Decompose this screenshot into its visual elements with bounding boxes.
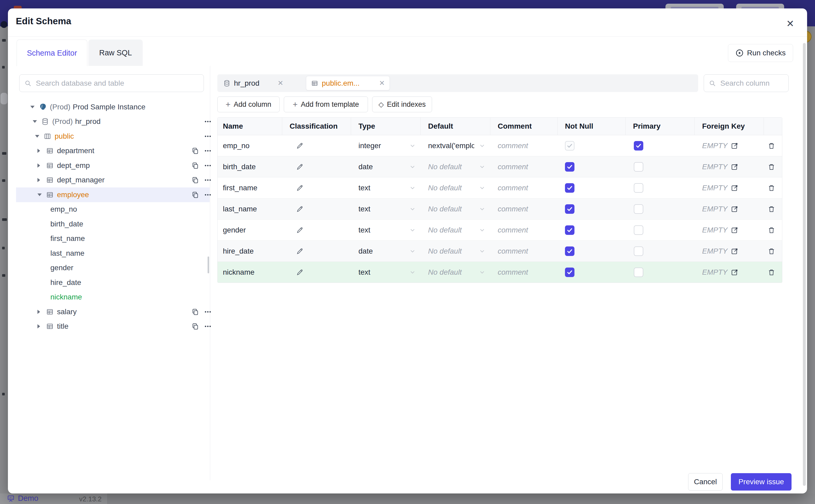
pencil-icon[interactable] [296,247,304,255]
not-null-checkbox[interactable] [565,225,575,235]
type-select[interactable]: date [351,156,421,177]
close-icon[interactable]: ✕ [379,79,385,87]
default-select[interactable]: No default [421,241,490,261]
comment-input[interactable]: comment [490,198,558,219]
column-search[interactable] [704,74,789,92]
tree-item-hire_date[interactable]: hire_date [16,275,210,290]
chevron-down-icon[interactable] [30,106,35,108]
pencil-icon[interactable] [296,226,304,234]
chevron-right-icon[interactable] [37,149,40,153]
trash-icon[interactable] [768,205,775,213]
close-icon[interactable]: ✕ [278,79,283,87]
edit-square-icon[interactable] [731,184,739,192]
primary-checkbox[interactable] [634,225,643,235]
trash-icon[interactable] [768,163,775,171]
chevron-right-icon[interactable] [37,163,40,168]
type-select[interactable]: date [351,241,421,261]
not-null-checkbox[interactable] [565,162,575,172]
ellipsis-menu-icon[interactable] [204,308,212,316]
copy-icon[interactable] [191,191,199,199]
edit-square-icon[interactable] [731,163,739,171]
primary-checkbox[interactable] [634,246,643,256]
tree-item-birth_date[interactable]: birth_date [16,217,210,231]
comment-input[interactable]: comment [490,177,558,198]
primary-checkbox[interactable] [634,204,643,214]
not-null-checkbox[interactable] [565,246,575,256]
tree-item-dept_emp[interactable]: dept_emp [16,158,210,173]
add-column-button[interactable]: + Add column [217,96,279,112]
edit-square-icon[interactable] [731,268,739,276]
default-select[interactable]: No default [421,177,490,198]
pencil-icon[interactable] [296,268,304,276]
trash-icon[interactable] [768,226,775,234]
not-null-checkbox[interactable] [565,204,575,214]
default-select[interactable]: No default [421,156,490,177]
tab-raw-sql[interactable]: Raw SQL [88,40,143,66]
pencil-icon[interactable] [296,184,304,192]
type-select[interactable]: text [351,262,421,283]
tree-item-salary[interactable]: salary [16,304,210,319]
pencil-icon[interactable] [296,205,304,213]
comment-input[interactable]: comment [490,262,558,283]
comment-input[interactable]: comment [490,135,558,156]
column-name-cell[interactable]: hire_date [218,241,282,261]
edit-square-icon[interactable] [731,205,739,213]
trash-icon[interactable] [768,184,775,192]
ellipsis-menu-icon[interactable] [204,176,212,184]
comment-input[interactable]: comment [490,241,558,261]
column-search-input[interactable] [720,79,784,88]
type-select[interactable]: text [351,198,421,219]
close-icon[interactable]: ✕ [784,17,797,30]
pencil-icon[interactable] [296,142,304,150]
tree-item-emp_no[interactable]: emp_no [16,202,210,217]
column-name-cell[interactable]: first_name [218,177,282,198]
tree-item-public[interactable]: public [16,129,210,144]
chevron-right-icon[interactable] [37,310,40,314]
primary-checkbox[interactable] [634,162,643,172]
trash-icon[interactable] [768,268,775,276]
edit-square-icon[interactable] [731,247,739,255]
tab-chip-database[interactable]: hr_prod ✕ [223,74,283,92]
tree-item-first_name[interactable]: first_name [16,231,210,246]
tree-item-title[interactable]: title [16,319,210,334]
not-null-checkbox[interactable] [565,141,575,151]
cancel-button[interactable]: Cancel [688,473,723,491]
type-select[interactable]: text [351,177,421,198]
tree-item-employee[interactable]: employee [16,187,210,202]
tree-item-dept_manager[interactable]: dept_manager [16,173,210,188]
primary-checkbox[interactable] [634,141,643,151]
not-null-checkbox[interactable] [565,268,575,277]
column-name-cell[interactable]: emp_no [218,135,282,156]
preview-issue-button[interactable]: Preview issue [731,473,792,491]
comment-input[interactable]: comment [490,220,558,240]
ellipsis-menu-icon[interactable] [204,118,212,125]
default-select[interactable]: No default [421,198,490,219]
ellipsis-menu-icon[interactable] [204,322,212,330]
pencil-icon[interactable] [296,163,304,171]
default-select[interactable]: nextval('employ [421,135,490,156]
tree-item-nickname[interactable]: nickname [16,290,210,305]
chevron-down-icon[interactable] [33,120,37,123]
primary-checkbox[interactable] [634,268,643,277]
column-name-cell[interactable]: gender [218,220,282,240]
copy-icon[interactable] [191,308,199,316]
modal-scrollbar[interactable] [803,43,806,486]
tree-search-input[interactable] [35,79,199,88]
copy-icon[interactable] [191,162,199,169]
not-null-checkbox[interactable] [565,183,575,193]
chevron-right-icon[interactable] [37,324,40,328]
tab-chip-table-active[interactable]: public.em... ✕ [306,76,390,90]
tree-item-department[interactable]: department [16,144,210,158]
comment-input[interactable]: comment [490,156,558,177]
edit-square-icon[interactable] [731,226,739,234]
type-select[interactable]: text [351,220,421,240]
tree-item-last_name[interactable]: last_name [16,246,210,261]
run-checks-button[interactable]: Run checks [728,44,793,62]
add-from-template-button[interactable]: + Add from template [284,96,368,112]
default-select[interactable]: No default [421,262,490,283]
tree-item-prod-sample-instance[interactable]: (Prod)Prod Sample Instance [16,100,210,114]
column-name-cell[interactable]: nickname [218,262,282,283]
type-select[interactable]: integer [351,135,421,156]
trash-icon[interactable] [768,142,775,150]
tab-schema-editor[interactable]: Schema Editor [17,40,87,66]
